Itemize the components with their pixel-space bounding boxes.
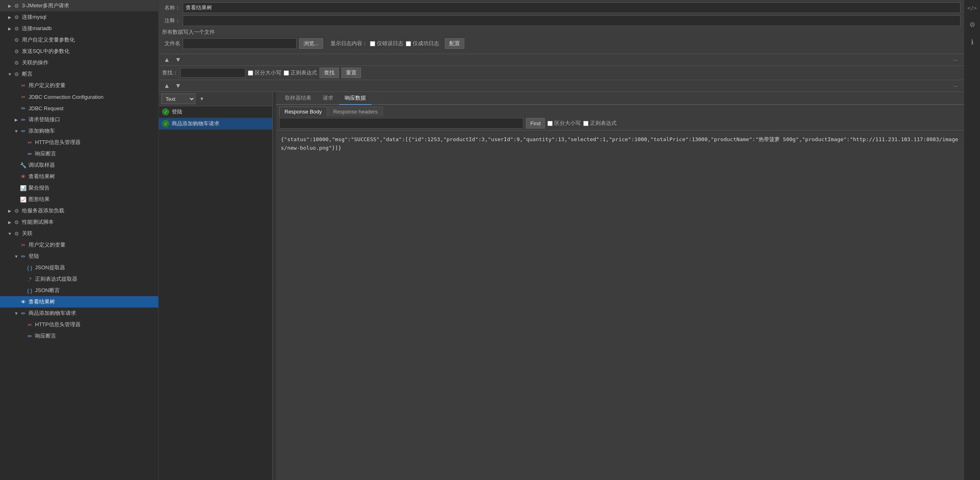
sidebar-item-respassert[interactable]: ✏响应断言 bbox=[0, 148, 158, 159]
tree-arrow-mariadb[interactable]: ▶ bbox=[7, 25, 13, 32]
scissors-icon-jdbcconn: ✂ bbox=[20, 93, 27, 100]
config-button[interactable]: 配置 bbox=[445, 38, 464, 49]
sidebar-item-jdbcconn[interactable]: ✂JDBC Connection Configuration bbox=[0, 91, 158, 103]
sidebar-item-httpheader2[interactable]: ✂HTTP信息头管理器 bbox=[0, 319, 158, 330]
tree-arrow-login2[interactable]: ▼ bbox=[13, 253, 20, 260]
sidebar-item-perfscript[interactable]: ▶⚙性能测试脚本 bbox=[0, 216, 158, 228]
tree-arrow-related bbox=[7, 59, 13, 66]
result-search-input[interactable] bbox=[279, 118, 523, 129]
result-regex-checkbox[interactable]: 正则表达式 bbox=[583, 120, 617, 127]
find-button[interactable]: 查找 bbox=[319, 68, 339, 78]
tabs-row: 取样器结果 请求 响应数据 bbox=[276, 92, 964, 105]
sidebar-item-mysql[interactable]: ▶⚙连接mysql bbox=[0, 11, 158, 23]
sidebar-item-userdefvar[interactable]: ✂用户定义的变量 bbox=[0, 80, 158, 91]
gear-icon-mariadb: ⚙ bbox=[13, 25, 20, 32]
format-select[interactable]: Text HTML JSON XML bbox=[161, 94, 195, 104]
vertical-divider[interactable]: ⋮ bbox=[273, 92, 276, 480]
tree-label-respassert: 响应断言 bbox=[35, 150, 157, 157]
show-log-label: 显示日志内容： bbox=[330, 40, 368, 47]
result-case-checkbox[interactable]: 区分大小写 bbox=[547, 120, 581, 127]
result-search-row: Find 区分大小写 正则表达式 bbox=[276, 116, 964, 131]
pencil-icon-loginapi: ✏ bbox=[20, 116, 27, 123]
only-success-checkbox[interactable]: 仅成功日志 bbox=[406, 40, 439, 47]
tree-arrow-jsonextract bbox=[20, 264, 26, 271]
sample-item-login[interactable]: ✓登陆 bbox=[159, 106, 272, 118]
name-input[interactable] bbox=[183, 2, 960, 13]
info-icon-btn[interactable]: ℹ bbox=[969, 37, 975, 48]
arrow-up-btn[interactable]: ▲ bbox=[162, 55, 172, 64]
eye-icon-viewtree2: 👁 bbox=[20, 298, 27, 305]
tab-response[interactable]: 响应数据 bbox=[339, 92, 372, 105]
sidebar-item-debugsampler[interactable]: 🔧调试取样器 bbox=[0, 159, 158, 171]
arrow-down-btn[interactable]: ▼ bbox=[173, 55, 183, 64]
reset-button[interactable]: 重置 bbox=[341, 68, 361, 78]
sidebar-item-viewtree1[interactable]: 👁查看结果树 bbox=[0, 171, 158, 182]
tree-arrow-addcartreq[interactable]: ▼ bbox=[13, 310, 20, 316]
regex-checkbox[interactable]: 正则表达式 bbox=[284, 69, 317, 76]
gear-icon-mysql: ⚙ bbox=[13, 13, 20, 21]
dropdown-arrow[interactable]: ▼ bbox=[198, 95, 206, 103]
sample-list: ✓登陆✓商品添加购物车请求 bbox=[159, 106, 272, 480]
tree-label-httpheader: HTTP信息头管理器 bbox=[35, 139, 157, 146]
sidebar-item-related[interactable]: ⚙关联的操作 bbox=[0, 57, 158, 68]
sidebar-item-3jmeter[interactable]: ▶⚙3-JMeter多用户请求 bbox=[0, 0, 158, 11]
sidebar-item-jsonextract[interactable]: { }JSON提取器 bbox=[0, 262, 158, 273]
more-options-btn-2[interactable]: ··· bbox=[951, 82, 960, 90]
gear-icon-uservar: ⚙ bbox=[13, 36, 20, 44]
tree-arrow-addload[interactable]: ▶ bbox=[7, 207, 13, 214]
sidebar-item-addload[interactable]: ▶⚙给服务器添加负载 bbox=[0, 205, 158, 216]
result-find-button[interactable]: Find bbox=[526, 118, 545, 129]
tree-arrow-respassert2 bbox=[20, 333, 26, 339]
tree-arrow-mysql[interactable]: ▶ bbox=[7, 14, 13, 20]
tree-arrow-jdbcreq bbox=[13, 105, 20, 111]
tree-arrow-related2[interactable]: ▼ bbox=[7, 230, 13, 237]
sidebar-item-related2[interactable]: ▼⚙关联 bbox=[0, 228, 158, 239]
sidebar-item-assertions[interactable]: ▼⚙断言 bbox=[0, 68, 158, 80]
tree-label-aggregate: 聚合报告 bbox=[28, 184, 157, 192]
search-input[interactable] bbox=[180, 68, 245, 78]
sub-tab-body[interactable]: Response Body bbox=[279, 107, 327, 116]
tree-label-login2: 登陆 bbox=[28, 253, 157, 260]
sidebar-item-userdefvar2[interactable]: ✂用户定义的变量 bbox=[0, 239, 158, 251]
arrow-up-btn-2[interactable]: ▲ bbox=[162, 81, 172, 90]
sidebar-item-viewtree2[interactable]: 👁查看结果树 bbox=[0, 296, 158, 308]
tree-arrow-addcart[interactable]: ▼ bbox=[13, 128, 20, 134]
sidebar-item-httpheader[interactable]: ✂HTTP信息头管理器 bbox=[0, 137, 158, 148]
arrow-down-btn-2[interactable]: ▼ bbox=[173, 81, 183, 90]
sidebar-item-sendsql[interactable]: ⚙发送SQL中的参数化 bbox=[0, 46, 158, 57]
sidebar-item-aggregate[interactable]: 📊聚合报告 bbox=[0, 182, 158, 194]
tree-arrow-assertions[interactable]: ▼ bbox=[7, 71, 13, 77]
tab-sampler[interactable]: 取样器结果 bbox=[279, 92, 317, 105]
case-sensitive-checkbox[interactable]: 区分大小写 bbox=[248, 69, 281, 76]
tree-arrow-perfscript[interactable]: ▶ bbox=[7, 219, 13, 225]
tab-request[interactable]: 请求 bbox=[317, 92, 339, 105]
sample-item-addcart[interactable]: ✓商品添加购物车请求 bbox=[159, 118, 272, 130]
browse-button[interactable]: 浏览... bbox=[299, 38, 323, 49]
eye-icon-viewtree1: 👁 bbox=[20, 173, 27, 180]
only-error-checkbox[interactable]: 仅错误日志 bbox=[370, 40, 403, 47]
comment-input[interactable] bbox=[183, 15, 960, 26]
sidebar-item-graph[interactable]: 📈图形结果 bbox=[0, 194, 158, 205]
more-options-btn-1[interactable]: ··· bbox=[951, 56, 960, 64]
sidebar-item-jdbcreq[interactable]: ✏JDBC Request bbox=[0, 103, 158, 114]
tree-arrow-loginapi[interactable]: ▶ bbox=[13, 116, 20, 123]
sub-tab-headers[interactable]: Response headers bbox=[328, 107, 383, 116]
sidebar-item-login2[interactable]: ▼✏登陆 bbox=[0, 251, 158, 262]
sidebar-item-jsonassert[interactable]: { }JSON断言 bbox=[0, 285, 158, 296]
code-icon-btn[interactable]: </> bbox=[966, 3, 978, 13]
tree-label-3jmeter: 3-JMeter多用户请求 bbox=[22, 2, 157, 9]
settings-icon-btn[interactable]: ⚙ bbox=[968, 19, 977, 30]
sidebar-item-uservar[interactable]: ⚙用户自定义变量参数化 bbox=[0, 34, 158, 46]
tree-label-jdbcreq: JDBC Request bbox=[28, 105, 157, 111]
sidebar-item-mariadb[interactable]: ▶⚙连接mariadb bbox=[0, 23, 158, 34]
tree-arrow-3jmeter[interactable]: ▶ bbox=[7, 2, 13, 9]
tree-label-addload: 给服务器添加负载 bbox=[22, 207, 157, 214]
filename-input[interactable] bbox=[183, 38, 297, 49]
sidebar-item-loginapi[interactable]: ▶✏请求登陆接口 bbox=[0, 114, 158, 125]
sidebar-item-respassert2[interactable]: ✏响应断言 bbox=[0, 330, 158, 342]
sub-tabs-row: Response Body Response headers bbox=[276, 105, 964, 116]
sidebar-item-regexextract[interactable]: .*正则表达式提取器 bbox=[0, 273, 158, 285]
sidebar-item-addcart[interactable]: ▼✏添加购物车 bbox=[0, 125, 158, 137]
tree-arrow-aggregate bbox=[13, 185, 20, 191]
sidebar-item-addcartreq[interactable]: ▼✏商品添加购物车请求 bbox=[0, 308, 158, 319]
